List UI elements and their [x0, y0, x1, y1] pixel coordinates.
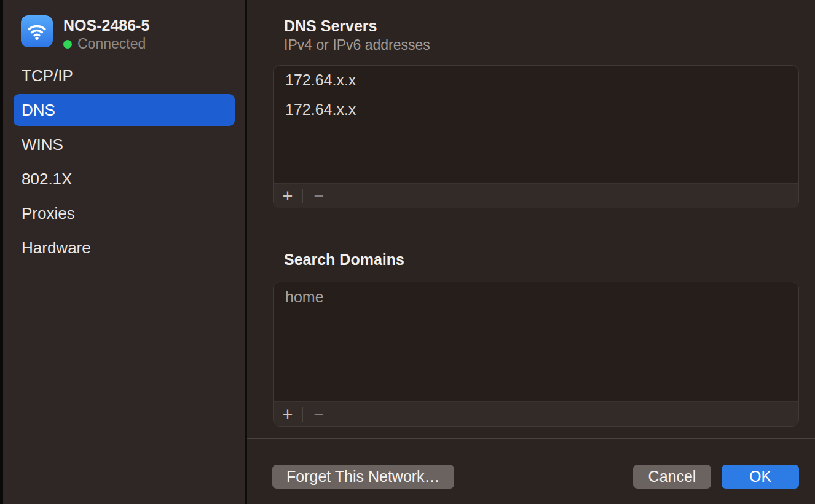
cancel-button[interactable]: Cancel: [633, 465, 711, 489]
ok-button[interactable]: OK: [722, 465, 799, 489]
sidebar-item-8021x[interactable]: 802.1X: [14, 163, 235, 195]
search-domains-list: home + −: [273, 282, 799, 427]
sidebar-item-hardware[interactable]: Hardware: [14, 232, 235, 264]
footer-divider: [247, 438, 815, 439]
sidebar-item-label: WINS: [22, 135, 63, 154]
dns-servers-title: DNS Servers: [284, 17, 377, 35]
sidebar-item-dns[interactable]: DNS: [14, 94, 235, 126]
sidebar-item-label: Proxies: [22, 204, 75, 223]
sidebar-item-proxies[interactable]: Proxies: [14, 197, 235, 229]
connected-dot-icon: [63, 40, 72, 49]
sidebar: NOS-2486-5 Connected TCP/IP DNS WINS 802…: [3, 0, 245, 504]
network-header: [21, 15, 53, 47]
remove-search-domain-button[interactable]: −: [311, 403, 327, 426]
search-domains-title: Search Domains: [284, 251, 404, 269]
footer-separator: [302, 189, 303, 203]
sidebar-item-tcpip[interactable]: TCP/IP: [14, 60, 235, 92]
dns-server-row[interactable]: 172.64.x.x: [274, 66, 798, 95]
sidebar-item-label: DNS: [22, 101, 55, 120]
sidebar-nav: TCP/IP DNS WINS 802.1X Proxies Hardware: [14, 60, 235, 266]
dns-servers-list-footer: + −: [274, 183, 798, 208]
search-domains-list-footer: + −: [274, 401, 798, 426]
sidebar-item-label: Hardware: [22, 238, 91, 258]
dns-servers-list: 172.64.x.x 172.64.x.x + −: [273, 65, 799, 208]
remove-dns-server-button[interactable]: −: [311, 184, 327, 208]
wifi-icon: [21, 15, 53, 47]
dns-pane: DNS Servers IPv4 or IPv6 addresses 172.6…: [247, 0, 815, 504]
search-domain-row[interactable]: home: [274, 282, 798, 312]
add-search-domain-button[interactable]: +: [280, 403, 296, 426]
dns-servers-subtitle: IPv4 or IPv6 addresses: [284, 37, 430, 53]
sidebar-item-label: TCP/IP: [22, 66, 73, 85]
network-status: Connected: [63, 36, 146, 52]
network-name: NOS-2486-5: [63, 17, 149, 34]
sidebar-item-wins[interactable]: WINS: [14, 128, 235, 160]
footer-separator: [302, 407, 303, 422]
sidebar-item-label: 802.1X: [22, 170, 72, 189]
forget-network-button[interactable]: Forget This Network…: [272, 465, 454, 489]
dns-server-row[interactable]: 172.64.x.x: [274, 95, 798, 124]
add-dns-server-button[interactable]: +: [280, 184, 296, 208]
connected-label: Connected: [77, 36, 146, 52]
